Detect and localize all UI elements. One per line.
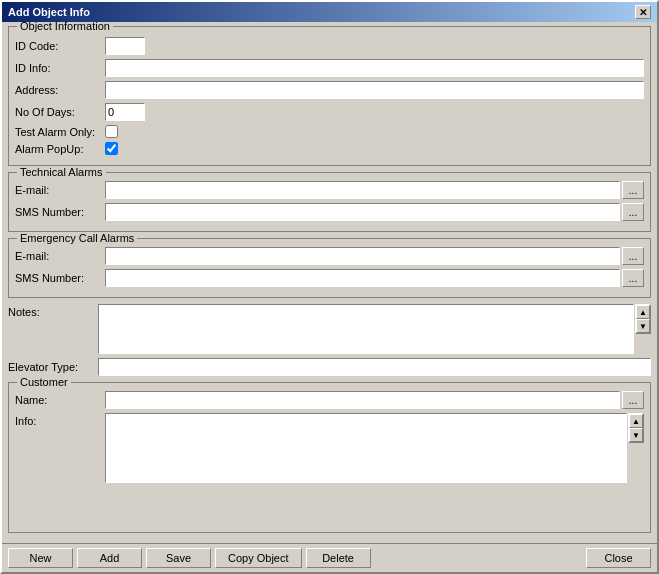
customer-info-row: Info: ▲ ▼ bbox=[15, 413, 644, 483]
notes-scroll-up-button[interactable]: ▲ bbox=[636, 305, 650, 319]
customer-info-label: Info: bbox=[15, 413, 105, 427]
close-button[interactable]: Close bbox=[586, 548, 651, 568]
save-button[interactable]: Save bbox=[146, 548, 211, 568]
customer-name-row: Name: ... bbox=[15, 391, 644, 409]
customer-label: Customer bbox=[17, 376, 71, 388]
customer-name-input[interactable] bbox=[105, 391, 620, 409]
elevator-type-label: Elevator Type: bbox=[8, 361, 98, 373]
tech-email-row: E-mail: ... bbox=[15, 181, 644, 199]
address-label: Address: bbox=[15, 84, 105, 96]
customer-scroll-up-button[interactable]: ▲ bbox=[629, 414, 643, 428]
address-input[interactable] bbox=[105, 81, 644, 99]
main-area: Object Information ID Code: ID Info: Add… bbox=[2, 22, 657, 543]
id-code-input[interactable] bbox=[105, 37, 145, 55]
tech-sms-label: SMS Number: bbox=[15, 206, 105, 218]
customer-info-scrollbar: ▲ ▼ bbox=[628, 413, 644, 443]
elevator-type-row: Elevator Type: bbox=[8, 358, 651, 376]
tech-sms-browse-button[interactable]: ... bbox=[622, 203, 644, 221]
test-alarm-label: Test Alarm Only: bbox=[15, 126, 105, 138]
notes-label: Notes: bbox=[8, 304, 98, 318]
copy-object-button[interactable]: Copy Object bbox=[215, 548, 302, 568]
technical-alarms-group: Technical Alarms E-mail: ... SMS Number:… bbox=[8, 172, 651, 232]
tech-email-browse-button[interactable]: ... bbox=[622, 181, 644, 199]
window-title: Add Object Info bbox=[8, 6, 90, 18]
notes-scroll-down-button[interactable]: ▼ bbox=[636, 319, 650, 333]
tech-sms-input[interactable] bbox=[105, 203, 620, 221]
new-button[interactable]: New bbox=[8, 548, 73, 568]
main-window: Add Object Info ✕ Object Information ID … bbox=[0, 0, 659, 574]
id-code-row: ID Code: bbox=[15, 37, 644, 55]
technical-alarms-label: Technical Alarms bbox=[17, 166, 106, 178]
tech-sms-row: SMS Number: ... bbox=[15, 203, 644, 221]
elevator-type-input[interactable] bbox=[98, 358, 651, 376]
customer-name-label: Name: bbox=[15, 394, 105, 406]
footer: New Add Save Copy Object Delete Close bbox=[2, 543, 657, 572]
title-bar: Add Object Info ✕ bbox=[2, 2, 657, 22]
add-button[interactable]: Add bbox=[77, 548, 142, 568]
delete-button[interactable]: Delete bbox=[306, 548, 371, 568]
emerg-sms-input[interactable] bbox=[105, 269, 620, 287]
test-alarm-checkbox[interactable] bbox=[105, 125, 118, 138]
notes-textarea[interactable] bbox=[98, 304, 634, 354]
no-of-days-input[interactable] bbox=[105, 103, 145, 121]
emerg-sms-browse-button[interactable]: ... bbox=[622, 269, 644, 287]
alarm-popup-checkbox[interactable] bbox=[105, 142, 118, 155]
tech-email-label: E-mail: bbox=[15, 184, 105, 196]
object-info-label: Object Information bbox=[17, 22, 113, 32]
object-info-group: Object Information ID Code: ID Info: Add… bbox=[8, 26, 651, 166]
emerg-email-browse-button[interactable]: ... bbox=[622, 247, 644, 265]
emergency-alarms-group: Emergency Call Alarms E-mail: ... SMS Nu… bbox=[8, 238, 651, 298]
alarm-popup-row: Alarm PopUp: bbox=[15, 142, 644, 155]
tech-email-input[interactable] bbox=[105, 181, 620, 199]
customer-group: Customer Name: ... Info: ▲ ▼ bbox=[8, 382, 651, 533]
emergency-alarms-label: Emergency Call Alarms bbox=[17, 232, 137, 244]
close-title-button[interactable]: ✕ bbox=[635, 5, 651, 19]
id-info-input[interactable] bbox=[105, 59, 644, 77]
test-alarm-row: Test Alarm Only: bbox=[15, 125, 644, 138]
footer-left-buttons: New Add Save Copy Object Delete bbox=[8, 548, 371, 568]
customer-info-textarea[interactable] bbox=[105, 413, 627, 483]
id-info-row: ID Info: bbox=[15, 59, 644, 77]
emerg-email-input[interactable] bbox=[105, 247, 620, 265]
emerg-sms-label: SMS Number: bbox=[15, 272, 105, 284]
address-row: Address: bbox=[15, 81, 644, 99]
no-of-days-row: No Of Days: bbox=[15, 103, 644, 121]
id-code-label: ID Code: bbox=[15, 40, 105, 52]
emerg-sms-row: SMS Number: ... bbox=[15, 269, 644, 287]
customer-scroll-down-button[interactable]: ▼ bbox=[629, 428, 643, 442]
alarm-popup-label: Alarm PopUp: bbox=[15, 143, 105, 155]
emerg-email-row: E-mail: ... bbox=[15, 247, 644, 265]
no-of-days-label: No Of Days: bbox=[15, 106, 105, 118]
id-info-label: ID Info: bbox=[15, 62, 105, 74]
notes-scrollbar: ▲ ▼ bbox=[635, 304, 651, 334]
emerg-email-label: E-mail: bbox=[15, 250, 105, 262]
customer-name-browse-button[interactable]: ... bbox=[622, 391, 644, 409]
notes-row: Notes: ▲ ▼ bbox=[8, 304, 651, 354]
